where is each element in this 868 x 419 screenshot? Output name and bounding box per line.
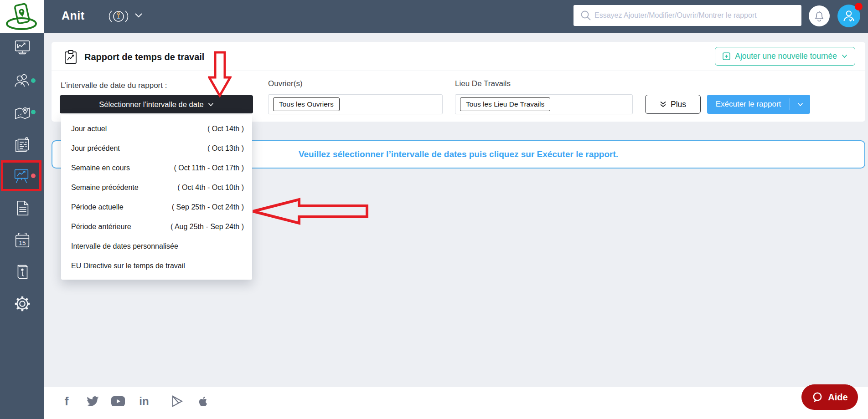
sidebar-item-routes[interactable]: [0, 100, 44, 124]
monitor-chart-icon: [13, 38, 32, 57]
more-filters-button[interactable]: Plus: [645, 95, 701, 114]
app-title: Anit: [62, 9, 85, 22]
reports-status-dot: [31, 174, 36, 178]
notifications-button[interactable]: [809, 5, 830, 26]
more-filters-label: Plus: [671, 100, 686, 109]
linkedin-icon[interactable]: in: [136, 393, 152, 409]
plus-square-icon: [723, 52, 730, 60]
sidebar-item-dashboard[interactable]: [0, 36, 44, 59]
routes-status-dot: [31, 110, 36, 114]
sidebar-item-reports[interactable]: [1, 160, 41, 191]
help-button[interactable]: Aide: [801, 384, 858, 410]
sidebar-item-notes[interactable]: [0, 133, 44, 157]
global-search: [574, 5, 801, 26]
menu-item-intervalle-personnalisee[interactable]: Intervalle de dates personnalisée: [61, 236, 252, 256]
search-input[interactable]: [574, 5, 801, 26]
header-divider: [52, 71, 865, 71]
workplace-select-field[interactable]: Tous les Lieu De Travails: [455, 94, 633, 114]
main-content: Rapport de temps de travail Ajouter une …: [44, 33, 868, 387]
sidebar-item-workers[interactable]: [0, 69, 44, 92]
date-range-select-button[interactable]: Sélectionner l’intervalle de date: [60, 95, 253, 113]
sidebar-item-settings[interactable]: [0, 292, 44, 316]
run-report-options-caret[interactable]: [790, 102, 810, 107]
sidebar-nav: 15: [0, 33, 44, 419]
search-icon: [579, 9, 593, 22]
menu-item-periode-actuelle[interactable]: Période actuelle ( Sep 25th - Oct 24th ): [61, 197, 252, 217]
facebook-icon[interactable]: f: [59, 393, 74, 409]
person-icon: [841, 8, 857, 24]
map-pin-icon: [13, 102, 32, 122]
avatar-alert-dot: [855, 3, 863, 10]
date-range-menu: Jour actuel ( Oct 14th ) Jour précédent …: [61, 115, 252, 280]
menu-item-periode-anterieure[interactable]: Période antérieure ( Aug 25th - Sep 24th…: [61, 217, 252, 236]
workplace-label: Lieu De Travails: [455, 79, 511, 88]
sidebar-item-guide[interactable]: [0, 260, 44, 284]
date-range-label: L’intervalle de date du rapport :: [61, 81, 167, 90]
annotation-arrow-left: [251, 197, 369, 225]
footer-bar: f in: [44, 387, 868, 419]
annotation-arrow-down: [208, 51, 232, 97]
chat-bubble-icon: [811, 391, 823, 403]
workers-select-field[interactable]: Tous les Ouvriers: [268, 94, 443, 114]
calendar-day-label: 15: [19, 240, 26, 246]
brand-logo-icon: [5, 2, 40, 31]
users-icon: [13, 71, 32, 90]
notes-icon: [13, 135, 32, 154]
add-new-tour-button[interactable]: Ajouter une nouvelle tournée: [715, 47, 855, 66]
workers-status-dot: [31, 78, 36, 83]
menu-item-jour-actuel[interactable]: Jour actuel ( Oct 14th ): [61, 119, 252, 138]
page-title: Rapport de temps de travail: [84, 52, 204, 62]
google-play-icon[interactable]: [170, 393, 185, 409]
report-header-card: Rapport de temps de travail Ajouter une …: [52, 42, 865, 122]
document-icon: [13, 199, 32, 218]
menu-item-semaine-precedente[interactable]: Semaine précédente ( Oct 4th - Oct 10th …: [61, 178, 252, 197]
sidebar-item-calendar[interactable]: 15: [0, 228, 44, 252]
organization-info-icon[interactable]: [108, 7, 129, 26]
double-chevron-down-icon: [660, 101, 666, 107]
run-report-button[interactable]: Exécuter le rapport: [707, 95, 810, 114]
application-window: Anit: [0, 0, 868, 419]
help-button-label: Aide: [828, 392, 847, 403]
book-info-icon: [13, 262, 32, 281]
sidebar-item-documents[interactable]: [0, 196, 44, 220]
workplace-chip[interactable]: Tous les Lieu De Travails: [460, 97, 550, 111]
gear-icon: [13, 294, 32, 313]
add-new-tour-label: Ajouter une nouvelle tournée: [735, 51, 837, 61]
twitter-icon[interactable]: [85, 393, 100, 409]
chevron-down-icon: [842, 54, 847, 58]
workers-label: Ouvrier(s): [268, 79, 303, 88]
run-report-label: Exécuter le rapport: [707, 100, 790, 109]
app-logo: [0, 0, 44, 33]
top-bar: Anit: [44, 0, 868, 33]
menu-item-semaine-en-cours[interactable]: Semaine en cours ( Oct 11th - Oct 17th ): [61, 158, 252, 178]
report-clipboard-icon: [63, 50, 78, 64]
bell-icon: [812, 9, 826, 23]
menu-item-eu-directive[interactable]: EU Directive sur le temps de travail: [61, 256, 252, 276]
org-chevron-down-icon[interactable]: [134, 13, 143, 18]
date-range-select-label: Sélectionner l’intervalle de date: [99, 100, 203, 109]
youtube-icon[interactable]: [110, 393, 126, 409]
menu-item-jour-precedent[interactable]: Jour précédent ( Oct 13th ): [61, 138, 252, 158]
info-message-text: Veuillez sélectionner l’intervalle de da…: [299, 149, 618, 159]
apple-icon[interactable]: [196, 393, 211, 409]
chevron-down-icon: [208, 102, 214, 107]
workers-chip[interactable]: Tous les Ouvriers: [273, 97, 340, 111]
chevron-down-icon: [797, 102, 803, 107]
presentation-chart-icon: [12, 166, 31, 185]
calendar-icon: 15: [13, 230, 32, 250]
